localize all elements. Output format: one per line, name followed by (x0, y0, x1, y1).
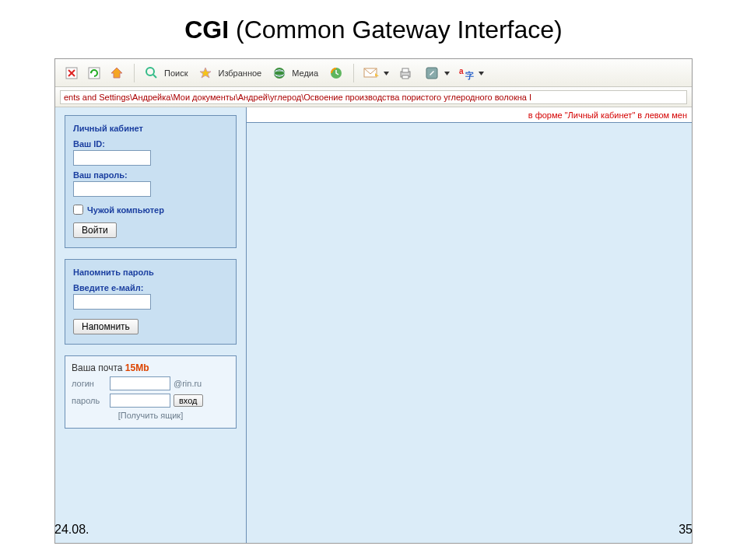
dropdown-arrow-icon[interactable] (444, 68, 450, 78)
footer-date: 24.08. (54, 523, 89, 537)
svg-rect-17 (402, 75, 409, 79)
mail-panel-title: Ваша почта 15Mb (72, 362, 230, 373)
favorites-label[interactable]: Избранное (218, 68, 261, 78)
slide-footer: 24.08. 35 (54, 523, 693, 537)
remind-button[interactable]: Напомнить (73, 319, 139, 334)
foreign-pc-label: Чужой компьютер (87, 205, 164, 215)
browser-toolbar: Поиск Избранное Медиа (55, 59, 692, 87)
mail-login-label: логин (72, 379, 107, 388)
mail-icon[interactable] (361, 63, 381, 83)
main-top-strip: в форме "Личный кабинет" в левом мен (247, 107, 692, 123)
mail-get-box-link[interactable]: [Получить ящик] (72, 411, 230, 420)
print-icon[interactable] (395, 63, 416, 83)
page-content: Личный кабинет Ваш ID: Ваш пароль: Чужой… (55, 107, 692, 543)
error-message: в форме "Личный кабинет" в левом мен (528, 110, 687, 120)
id-label: Ваш ID: (73, 139, 228, 149)
stop-icon[interactable] (61, 63, 82, 83)
media-label[interactable]: Медиа (292, 68, 318, 78)
slide-title-rest: (Common Gateway Interface) (229, 16, 563, 44)
address-bar (55, 87, 692, 107)
edit-icon[interactable] (422, 63, 442, 83)
mail-password-input[interactable] (110, 394, 170, 408)
svg-rect-16 (402, 68, 409, 72)
footer-page-number: 35 (679, 523, 693, 537)
mail-panel: Ваша почта 15Mb логин @rin.ru пароль вхо… (65, 355, 237, 429)
history-icon[interactable] (326, 63, 346, 83)
main-area: в форме "Личный кабинет" в левом мен (246, 107, 692, 543)
mail-login-input[interactable] (110, 376, 170, 390)
mail-submit-button[interactable]: вход (174, 394, 203, 407)
svg-text:字: 字 (465, 71, 474, 80)
foreign-pc-row[interactable]: Чужой компьютер (73, 205, 228, 215)
translate-icon[interactable]: a字 (456, 63, 476, 83)
browser-window: Поиск Избранное Медиа (54, 58, 693, 544)
password-input[interactable] (73, 181, 151, 197)
favorites-icon[interactable] (195, 63, 216, 83)
email-label: Введите е-майл: (73, 283, 228, 292)
svg-marker-22 (479, 72, 484, 75)
svg-marker-5 (111, 68, 122, 78)
login-panel-title: Личный кабинет (73, 124, 228, 133)
login-panel: Личный кабинет Ваш ID: Ваш пароль: Чужой… (65, 115, 237, 248)
email-input[interactable] (73, 294, 151, 310)
foreign-pc-checkbox[interactable] (73, 205, 83, 215)
address-input[interactable] (60, 90, 687, 104)
search-label[interactable]: Поиск (164, 68, 188, 78)
svg-marker-8 (200, 68, 211, 78)
refresh-icon[interactable] (84, 63, 104, 83)
svg-text:a: a (459, 67, 464, 75)
dropdown-arrow-icon[interactable] (384, 68, 389, 78)
svg-line-7 (153, 75, 156, 78)
media-icon[interactable] (269, 63, 289, 83)
slide-title: CGI (Common Gateway Interface) (0, 0, 747, 52)
sidebar: Личный кабинет Ваш ID: Ваш пароль: Чужой… (55, 107, 246, 543)
remind-panel-title: Напомнить пароль (73, 268, 228, 277)
svg-marker-14 (384, 72, 389, 75)
password-label: Ваш пароль: (73, 170, 228, 180)
mail-domain: @rin.ru (174, 379, 202, 388)
login-button[interactable]: Войти (73, 222, 117, 238)
svg-point-6 (146, 68, 154, 75)
id-input[interactable] (73, 150, 151, 166)
slide-title-bold: CGI (184, 16, 229, 44)
svg-marker-19 (444, 72, 450, 75)
mail-password-label: пароль (72, 396, 107, 405)
home-icon[interactable] (107, 63, 127, 83)
dropdown-arrow-icon[interactable] (479, 68, 484, 78)
remind-panel: Напомнить пароль Введите е-майл: Напомни… (65, 259, 237, 345)
search-icon[interactable] (142, 63, 162, 83)
